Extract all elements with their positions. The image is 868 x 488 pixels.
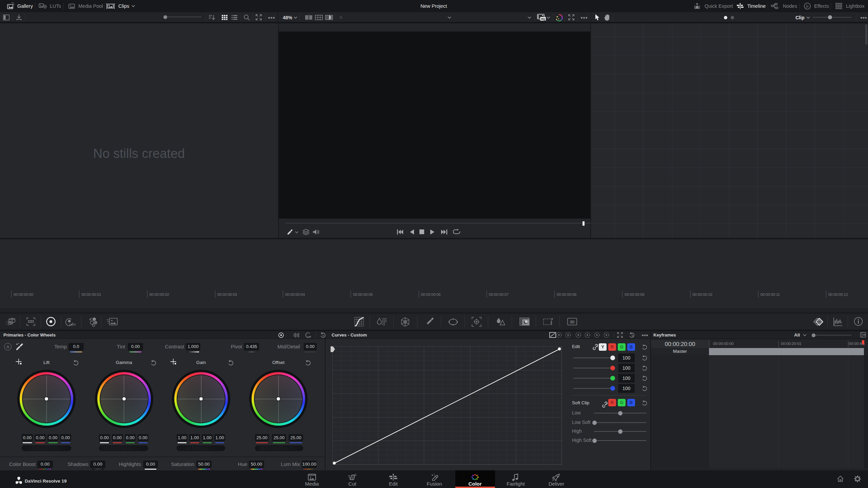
svg-text:fx: fx xyxy=(806,4,809,8)
svg-text:HQ: HQ xyxy=(541,17,545,21)
svg-text:HDR: HDR xyxy=(69,323,76,326)
svg-text:3D: 3D xyxy=(570,320,574,324)
svg-text:LOG: LOG xyxy=(307,336,311,338)
